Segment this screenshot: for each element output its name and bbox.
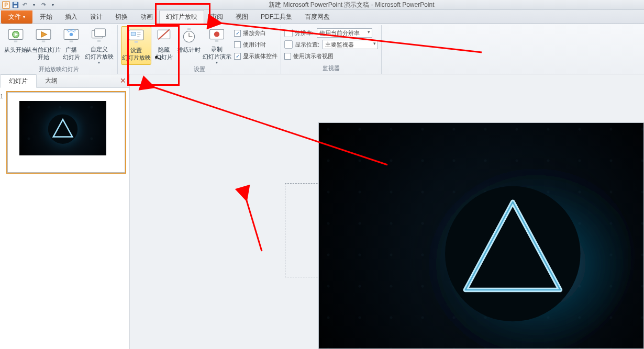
show-media-controls-checkbox[interactable]: ✓显示媒体控件 <box>234 50 277 62</box>
play-from-current-icon <box>35 27 52 45</box>
resolution-icon <box>284 29 293 37</box>
show-on-icon <box>284 40 293 49</box>
ribbon: 从头开始 从当前幻灯片 开始 广播 幻灯片 自定义 幻灯片放映 ▾ 开始放映幻灯… <box>0 24 644 74</box>
redo-icon[interactable]: ↷ <box>39 1 48 9</box>
svg-rect-13 <box>97 40 101 42</box>
resolution-row: 分辨率: 使用当前分辨率 <box>284 27 378 39</box>
play-from-start-icon <box>7 27 25 45</box>
thumbnail-image <box>19 101 106 155</box>
tab-review[interactable]: 审阅 <box>204 10 229 24</box>
close-panel-icon[interactable]: ✕ <box>119 76 127 85</box>
tab-file[interactable]: 文件▾ <box>1 10 32 24</box>
ribbon-group-start: 从头开始 从当前幻灯片 开始 广播 幻灯片 自定义 幻灯片放映 ▾ 开始放映幻灯… <box>0 25 118 74</box>
tab-baidu[interactable]: 百度网盘 <box>298 10 336 24</box>
show-on-row: 显示位置: 主要监视器 <box>284 39 378 50</box>
qat-more-icon[interactable]: ▾ <box>49 1 57 9</box>
slide-panel: 幻灯片 大纲 ✕ 1 <box>0 74 130 349</box>
record-button[interactable]: 录制 幻灯片演示 ▾ <box>202 26 232 65</box>
svg-rect-1 <box>14 2 17 4</box>
custom-show-icon <box>90 27 108 44</box>
tab-pdf[interactable]: PDF工具集 <box>254 10 298 24</box>
slide-image <box>319 123 643 348</box>
setup-slideshow-button[interactable]: 设置 幻灯片放映 <box>121 26 151 65</box>
svg-rect-16 <box>135 41 138 43</box>
svg-point-24 <box>214 31 219 37</box>
presenter-view-checkbox[interactable]: 使用演示者视图 <box>284 50 378 62</box>
group-monitor-label: 监视器 <box>323 64 340 74</box>
tab-view[interactable]: 视图 <box>229 10 254 24</box>
setup-icon <box>127 28 145 46</box>
workspace: 幻灯片 大纲 ✕ 1 <box>0 74 644 349</box>
custom-slideshow-button[interactable]: 自定义 幻灯片放映 ▾ <box>84 26 114 65</box>
ribbon-group-monitors: 分辨率: 使用当前分辨率 显示位置: 主要监视器 使用演示者视图 监视器 <box>281 25 382 74</box>
svg-rect-12 <box>95 29 106 36</box>
svg-rect-7 <box>42 41 45 42</box>
app-icon[interactable]: P <box>2 1 10 9</box>
ribbon-group-setup: 设置 幻灯片放映 隐藏 幻灯片 排练计时 录制 幻灯片演示 ▾ ✓播放旁白 使用… <box>118 25 281 74</box>
tab-animations[interactable]: 动画 <box>134 10 159 24</box>
svg-rect-25 <box>215 40 218 42</box>
svg-rect-10 <box>70 41 73 42</box>
tab-home[interactable]: 开始 <box>34 10 59 24</box>
title-bar: P ↶ ▾ ↷ ▾ 新建 Microsoft PowerPoint 演示文稿 -… <box>0 0 644 10</box>
slide-panel-tabs: 幻灯片 大纲 ✕ <box>0 74 129 88</box>
from-current-button[interactable]: 从当前幻灯片 开始 <box>28 26 59 65</box>
timer-icon <box>180 27 198 45</box>
svg-point-9 <box>70 33 73 36</box>
tab-outline[interactable]: 大纲 <box>37 74 66 87</box>
svg-rect-15 <box>131 32 136 36</box>
tab-transitions[interactable]: 切换 <box>109 10 134 24</box>
undo-icon[interactable]: ↶ <box>20 1 29 9</box>
svg-rect-2 <box>14 5 17 7</box>
hide-slide-icon <box>155 27 173 45</box>
play-narration-checkbox[interactable]: ✓播放旁白 <box>234 27 277 39</box>
broadcast-button[interactable]: 广播 幻灯片 <box>59 26 84 65</box>
thumbnail-list: 1 <box>0 88 129 349</box>
group-start-label: 开始放映幻灯片 <box>39 65 79 75</box>
slide-canvas[interactable] <box>130 74 644 349</box>
resolution-combo[interactable]: 使用当前分辨率 <box>317 28 372 38</box>
quick-access-toolbar: P ↶ ▾ ↷ ▾ <box>0 1 59 9</box>
tab-insert[interactable]: 插入 <box>59 10 84 24</box>
group-setup-label: 设置 <box>194 65 205 75</box>
ribbon-tabs: 文件▾ 开始 插入 设计 切换 动画 幻灯片放映 审阅 视图 PDF工具集 百度… <box>0 10 644 24</box>
svg-rect-22 <box>187 28 191 30</box>
undo-dropdown-icon[interactable]: ▾ <box>30 1 38 9</box>
svg-rect-5 <box>14 41 17 42</box>
slide-thumbnail-1[interactable] <box>7 92 125 173</box>
use-timings-checkbox[interactable]: 使用计时 <box>234 39 277 50</box>
hide-slide-button[interactable]: 隐藏 幻灯片 <box>151 26 176 65</box>
from-beginning-button[interactable]: 从头开始 <box>3 26 28 65</box>
broadcast-icon <box>62 27 80 45</box>
tab-thumbnails[interactable]: 幻灯片 <box>0 74 37 88</box>
save-icon[interactable] <box>11 1 19 9</box>
slide-number: 1 <box>0 93 3 99</box>
show-on-combo[interactable]: 主要监视器 <box>323 40 378 49</box>
window-title: 新建 Microsoft PowerPoint 演示文稿 - Microsoft… <box>59 1 644 9</box>
tab-slideshow[interactable]: 幻灯片放映 <box>159 10 204 24</box>
record-icon <box>208 27 226 44</box>
tab-design[interactable]: 设计 <box>84 10 109 24</box>
rehearse-button[interactable]: 排练计时 <box>176 26 202 65</box>
slide-image-frame[interactable] <box>318 122 644 349</box>
